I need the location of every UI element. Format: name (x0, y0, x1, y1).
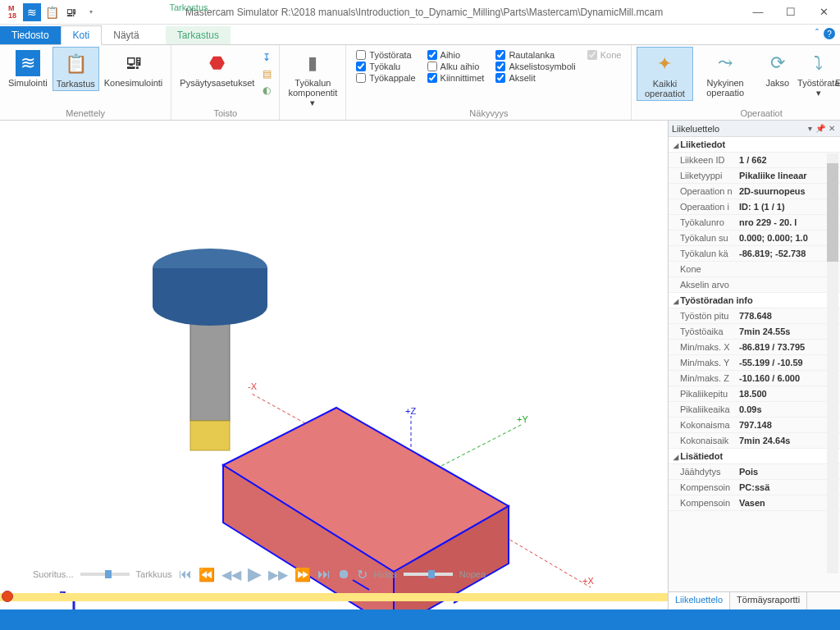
small-tool2-icon[interactable]: ▤ (259, 66, 274, 81)
skip-start-icon[interactable]: ⏮ (179, 567, 192, 582)
help-icon[interactable]: ? (824, 28, 835, 39)
collapse-ribbon-icon[interactable]: ˆ (815, 28, 819, 39)
step-back-icon[interactable]: ⏪ (199, 567, 215, 582)
qat-dropdown-icon[interactable]: ▾ (82, 3, 100, 21)
bottom-tab-movelist[interactable]: Liikeluettelo (669, 592, 730, 609)
current-operation-button[interactable]: ⤳Nykyinen operaatio (695, 47, 756, 99)
chk-toolpath[interactable]: Työstörata (356, 50, 415, 60)
chk-machine: Kone (587, 50, 622, 60)
section-move-info[interactable]: Liiketiedot (669, 137, 840, 153)
axis-y-pos: +Y (517, 414, 528, 424)
runspeed-slider[interactable] (80, 573, 130, 576)
titlebar: M18 ≋ 📋 🖳 ▾ Tarkastus Mastercam Simulato… (0, 0, 840, 25)
step-fwd-icon[interactable]: ⏩ (294, 567, 311, 582)
playback-label-slow: Hidas (374, 569, 397, 579)
skip-end-icon[interactable]: ⏭ (317, 567, 331, 582)
minimize-button[interactable]: — (742, 0, 774, 25)
timeline[interactable] (0, 593, 668, 601)
wave-icon: ≋ (16, 50, 40, 76)
section-toolpath-info[interactable]: Työstöradan info (669, 293, 840, 308)
loop-icon[interactable]: ↻ (357, 567, 368, 582)
qat-monitor-icon[interactable]: 🖳 (62, 3, 80, 21)
ribbon-tabs: Tiedosto Koti Näytä Tarkastus ˆ ? (0, 25, 840, 45)
ribbon: ≋Simulointi 📋Tarkastus 🖳Konesimulointi M… (0, 45, 840, 121)
machine-sim-button[interactable]: 🖳Konesimulointi (101, 47, 167, 89)
prev-icon[interactable]: ◀◀ (221, 567, 241, 582)
axis-z-pos: +Z (405, 406, 416, 416)
record-icon[interactable]: ⏺ (337, 567, 350, 582)
chk-workpiece[interactable]: Työkappale (356, 73, 415, 83)
chk-tool[interactable]: Työkalu (356, 62, 415, 71)
app-icon: M18 (3, 3, 21, 21)
panel-menu-icon[interactable]: ▾ (806, 124, 814, 133)
close-button[interactable]: ✕ (807, 0, 840, 25)
axis-x-neg: -X (248, 381, 258, 391)
move-list-panel: Liikeluettelo ▾ 📌 ✕ Liiketiedot Liikkeen… (668, 121, 840, 609)
chk-wireframe[interactable]: Rautalanka (495, 50, 575, 60)
group-label: Menettely (66, 108, 105, 120)
playback-label-fast: Nopea (459, 569, 486, 579)
chk-fixtures[interactable]: Kiinnittimet (427, 73, 485, 83)
quick-access-toolbar: M18 ≋ 📋 🖳 ▾ (0, 3, 103, 21)
chk-stock[interactable]: Aihio (427, 50, 485, 60)
all-ops-icon: ✦ (651, 51, 678, 77)
chk-initial-stock[interactable]: Alku aihio (427, 62, 485, 71)
maximize-button[interactable]: ☐ (774, 0, 807, 25)
monitor-icon: 🖳 (121, 50, 147, 76)
tool-components-button[interactable]: ▮Työkalun komponentit ▾ (285, 47, 340, 109)
toolpath-icon: ⤵ (806, 50, 832, 76)
tool-icon: ▮ (299, 50, 326, 76)
panel-close-icon[interactable]: ✕ (827, 124, 837, 133)
tab-inspection[interactable]: Tarkastus (166, 26, 231, 44)
svg-text:Y: Y (97, 609, 105, 609)
toolpath-drop-button[interactable]: ⤵Työstörata▾ (799, 47, 838, 99)
context-tab-group: Tarkastus (164, 2, 213, 25)
qat-clipboard-icon[interactable]: 📋 (43, 3, 61, 21)
bottom-tab-collision[interactable]: Törmäysraportti (730, 592, 807, 609)
group-label: Operaatiot (740, 108, 782, 120)
clipboard-check-icon: 📋 (62, 51, 89, 77)
panel-title: Liikeluettelo (672, 124, 806, 134)
speed-slider[interactable] (404, 573, 453, 576)
current-op-icon: ⤳ (712, 50, 738, 76)
scrollbar[interactable] (827, 153, 838, 573)
timeline-playhead-icon[interactable] (2, 591, 13, 602)
qat-wave-icon[interactable]: ≋ (23, 3, 41, 21)
chk-axis-symbol[interactable]: Akselistosymboli (495, 62, 575, 71)
stop-settings-button[interactable]: ⬣Pysäytysasetukset (176, 47, 258, 89)
chk-axes[interactable]: Akselit (495, 73, 575, 83)
simulate-button[interactable]: ≋Simulointi (5, 47, 51, 89)
panel-pin-icon[interactable]: 📌 (814, 124, 827, 133)
cycle-icon: ⟳ (765, 50, 791, 76)
stop-icon: ⬣ (204, 50, 231, 76)
next-icon[interactable]: ▶▶ (268, 567, 288, 582)
group-label: Toisto (213, 108, 237, 120)
statusbar (0, 609, 840, 630)
svg-point-13 (153, 286, 267, 326)
tab-view[interactable]: Näytä (102, 26, 150, 44)
svg-rect-10 (190, 421, 230, 450)
small-tool1-icon[interactable]: ↧ (259, 50, 274, 65)
group-label: Näkyvyys (469, 108, 508, 120)
playback-label-runspeed: Suoritus... (33, 569, 74, 579)
playback-label-accuracy: Tarkkuus (136, 569, 172, 579)
tab-file[interactable]: Tiedosto (0, 26, 61, 44)
all-operations-button[interactable]: ✦Kaikki operaatiot (637, 47, 692, 101)
cycle-button[interactable]: ⟳Jakso (758, 47, 797, 89)
playback-bar: Suoritus... Tarkkuus ⏮ ⏪ ◀◀ ▶ ▶▶ ⏩ ⏭ ⏺ ↻… (33, 564, 651, 585)
small-tool3-icon[interactable]: ◐ (259, 83, 274, 98)
verify-button[interactable]: 📋Tarkastus (52, 47, 99, 91)
play-icon[interactable]: ▶ (248, 564, 262, 585)
tab-home[interactable]: Koti (61, 25, 103, 45)
section-additional-info[interactable]: Lisätiedot (669, 449, 840, 464)
viewport-3d[interactable]: +X -X +Y +Z Z Y (0, 121, 668, 609)
